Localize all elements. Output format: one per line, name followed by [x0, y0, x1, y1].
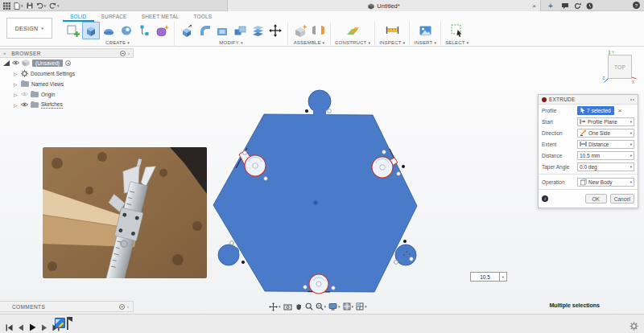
tab-solid[interactable]: SOLID [63, 11, 94, 22]
combine-icon[interactable] [232, 23, 248, 39]
viewports-icon[interactable]: ▾ [356, 302, 367, 310]
pan-hand-icon[interactable] [295, 302, 303, 310]
viewcube-top-face[interactable]: TOP [608, 55, 632, 79]
construct-menu[interactable]: CONSTRUCT▾ [335, 40, 370, 45]
workspace-selector[interactable]: DESIGN ▾ [6, 18, 52, 39]
create-menu[interactable]: CREATE▾ [105, 40, 130, 45]
press-pull-icon[interactable] [179, 23, 195, 39]
hexagon-body[interactable] [205, 88, 427, 302]
fillet-icon[interactable] [196, 23, 213, 39]
app-menu-icon[interactable] [3, 2, 10, 10]
comments-panel-header[interactable]: COMMENTS › [0, 301, 134, 312]
extrude-dialog-header[interactable]: EXTRUDE [539, 95, 638, 105]
bottom-notch[interactable] [309, 274, 328, 294]
distance-value-field[interactable]: 10.5 mm ▾ [577, 151, 634, 160]
browser-item-named-views[interactable]: ▷ Named Views [0, 79, 134, 89]
shell-icon[interactable] [214, 23, 230, 39]
extrude-icon[interactable] [83, 23, 99, 39]
help-icon[interactable]: ? [633, 2, 640, 9]
ok-button[interactable]: OK [585, 194, 607, 204]
display-settings-icon[interactable]: ▾ [328, 302, 341, 310]
timeline-go-to-start-icon[interactable] [6, 320, 13, 333]
extrude-dialog: EXTRUDE Profile 7 selected × Start Profi… [538, 94, 638, 208]
group-inspect: INSPECT▾ [375, 22, 410, 47]
gear-icon [21, 70, 28, 78]
cancel-button[interactable]: Cancel [610, 194, 634, 204]
save-icon[interactable] [27, 2, 33, 9]
move-icon[interactable] [267, 23, 283, 39]
panel-chevron-icon[interactable]: › [128, 51, 130, 56]
browser-item-sketches[interactable]: ▷ Sketches [0, 100, 134, 110]
extent-dropdown[interactable]: Distance ▾ [577, 140, 634, 149]
comments-icon[interactable] [561, 0, 569, 13]
notifications-clock-icon[interactable] [586, 0, 593, 13]
collapse-panel-icon[interactable]: « [3, 51, 6, 56]
sweep-icon[interactable] [118, 23, 134, 39]
modify-menu[interactable]: MODIFY▾ [219, 40, 242, 45]
file-menu-icon[interactable]: ▾ [14, 2, 23, 10]
assemble-menu[interactable]: ASSEMBLE▾ [294, 40, 325, 45]
clear-selection-icon[interactable]: × [618, 107, 622, 114]
zoom-icon[interactable] [305, 302, 313, 310]
two-point-icon[interactable] [136, 23, 152, 39]
joint-icon[interactable] [310, 23, 326, 39]
profile-selection-chip[interactable]: 7 selected [577, 106, 614, 115]
tab-sheet-metal[interactable]: SHEET METAL [134, 11, 187, 22]
visibility-eye-icon[interactable] [21, 102, 28, 108]
distance-input-caret-icon[interactable]: ▾ [500, 272, 507, 282]
timeline-step-back-icon[interactable] [18, 320, 24, 333]
inspect-menu[interactable]: INSPECT▾ [379, 40, 405, 45]
start-dropdown[interactable]: Profile Plane ▾ [577, 117, 634, 126]
grid-snaps-icon[interactable]: ▾ [343, 302, 354, 310]
insert-menu[interactable]: INSERT▾ [414, 40, 436, 45]
undo-icon[interactable]: ▾ [36, 2, 47, 9]
activate-component-icon[interactable] [65, 60, 71, 66]
close-tab-icon[interactable]: × [532, 0, 536, 11]
browser-header[interactable]: « BROWSER › [0, 48, 134, 58]
viewcube[interactable]: Y X Z TOP [602, 49, 638, 84]
timeline-play-icon[interactable] [29, 320, 36, 333]
comments-chevron-icon[interactable]: › [127, 304, 129, 309]
orbit-icon[interactable]: ▾ [269, 302, 281, 311]
create-form-icon[interactable] [154, 23, 170, 39]
browser-item-document-settings[interactable]: ▷ Document Settings [0, 68, 134, 79]
select-menu[interactable]: SELECT▾ [445, 40, 469, 45]
timeline-settings-gear-icon[interactable] [630, 319, 638, 333]
ribbon-toolbar: DESIGN ▾ SOLID SURFACE SHEET METAL TOOLS… [0, 11, 644, 47]
new-tab-icon[interactable]: + [548, 0, 553, 11]
hide-comments-icon[interactable] [119, 304, 125, 310]
browser-root-row[interactable]: (Unsaved) [0, 58, 134, 68]
sync-icon[interactable] [574, 0, 581, 13]
info-icon[interactable]: i [542, 195, 548, 202]
distance-input[interactable] [470, 272, 500, 282]
redo-icon[interactable]: ▾ [49, 2, 60, 9]
construct-plane-icon[interactable] [345, 23, 361, 39]
center-point [313, 200, 317, 204]
zoom-window-icon[interactable]: ▾ [316, 302, 327, 310]
timeline-position-marker[interactable] [65, 316, 72, 333]
visibility-eye-icon[interactable] [12, 60, 19, 66]
direction-dropdown[interactable]: One Side ▾ [577, 129, 634, 138]
tab-tools[interactable]: TOOLS [186, 11, 219, 22]
measure-icon[interactable] [384, 23, 400, 39]
look-at-icon[interactable] [283, 303, 292, 310]
dialog-grip-icon[interactable] [630, 99, 634, 101]
tab-surface[interactable]: SURFACE [94, 11, 134, 22]
component-filter-icon[interactable] [3, 60, 10, 67]
hide-panel-icon[interactable] [120, 51, 126, 56]
lower-right-bump[interactable] [395, 245, 416, 265]
new-component-icon[interactable] [292, 23, 308, 39]
root-document-name[interactable]: (Unsaved) [32, 60, 63, 67]
select-icon[interactable] [449, 23, 465, 39]
offset-faces-icon[interactable] [250, 23, 266, 39]
timeline-sketch-feature[interactable] [55, 318, 65, 328]
visibility-eye-dim-icon[interactable] [21, 92, 28, 97]
revolve-icon[interactable] [101, 23, 117, 39]
operation-dropdown[interactable]: New Body ▾ [577, 178, 634, 187]
taper-angle-field[interactable]: 0.0 deg ▾ [577, 162, 634, 171]
insert-image-icon[interactable] [417, 23, 433, 39]
browser-item-origin[interactable]: ▷ Origin [0, 89, 134, 100]
create-sketch-icon[interactable] [65, 23, 81, 39]
document-tab[interactable]: Untitled* × [227, 0, 541, 11]
timeline-step-forward-icon[interactable] [41, 320, 47, 333]
